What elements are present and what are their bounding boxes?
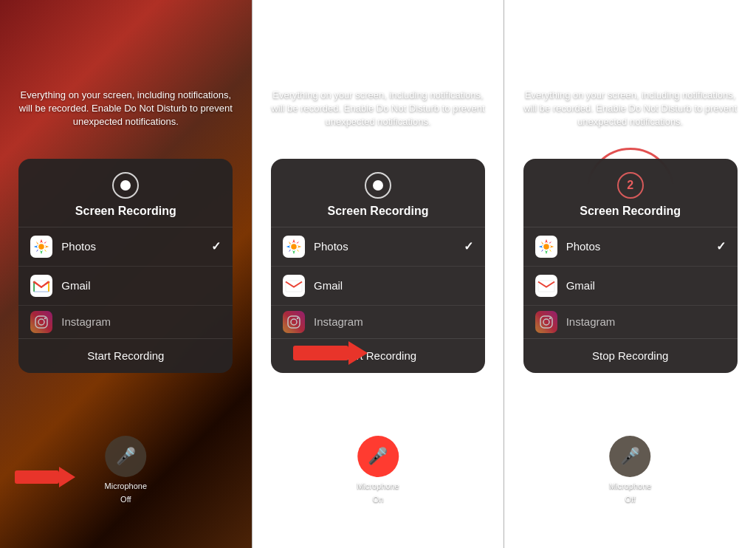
panel-1-modal-header: Screen Recording bbox=[18, 159, 233, 227]
photos-checkmark-3: ✓ bbox=[716, 239, 726, 253]
mic-sublabel-3: Off bbox=[625, 495, 635, 504]
photos-app-icon-1 bbox=[30, 236, 52, 258]
panel-3: Everything on your screen, including not… bbox=[504, 0, 756, 548]
mic-button-2[interactable]: 🎤 bbox=[357, 436, 399, 477]
list-item[interactable]: Instagram bbox=[271, 306, 485, 338]
photos-app-icon-2 bbox=[283, 236, 305, 258]
instagram-app-name-2: Instagram bbox=[314, 315, 473, 328]
panel-2-description: Everything on your screen, including not… bbox=[252, 74, 504, 129]
panel-2: Everything on your screen, including not… bbox=[252, 0, 504, 548]
svg-point-4 bbox=[38, 319, 44, 325]
gmail-app-name-3: Gmail bbox=[566, 279, 726, 292]
record-icon-2 bbox=[365, 172, 391, 199]
photos-app-name-1: Photos bbox=[61, 240, 211, 253]
microphone-area-1: 🎤 Microphone Off bbox=[105, 436, 147, 504]
svg-point-10 bbox=[291, 319, 297, 325]
stop-recording-btn-3[interactable]: Stop Recording bbox=[592, 349, 668, 362]
panel-1-description: Everything on your screen, including not… bbox=[0, 74, 252, 129]
panel-1-modal-title: Screen Recording bbox=[75, 205, 176, 218]
svg-point-11 bbox=[297, 317, 298, 318]
list-item[interactable]: Instagram bbox=[18, 306, 233, 338]
microphone-icon-1: 🎤 bbox=[116, 447, 136, 466]
microphone-icon-2: 🎤 bbox=[368, 447, 388, 466]
gmail-app-icon-3 bbox=[535, 275, 557, 297]
panel-3-app-list: Photos ✓ Gmail bbox=[523, 227, 738, 338]
gmail-app-icon-1 bbox=[30, 275, 52, 297]
mic-sublabel-2: On bbox=[373, 495, 384, 504]
svg-rect-13 bbox=[536, 275, 557, 296]
photos-app-icon-3 bbox=[535, 236, 557, 258]
panel-1-app-list: Photos ✓ Gmai bbox=[18, 227, 233, 338]
instagram-app-icon-1 bbox=[30, 311, 52, 333]
list-item[interactable]: Photos ✓ bbox=[271, 227, 485, 267]
panel-3-modal-title: Screen Recording bbox=[580, 205, 681, 218]
list-item[interactable]: Photos ✓ bbox=[18, 227, 233, 267]
microphone-area-2: 🎤 Microphone On bbox=[357, 436, 399, 504]
panel-1-modal: Screen Recording P bbox=[18, 159, 233, 373]
panel-3-modal-footer[interactable]: Stop Recording bbox=[523, 338, 738, 373]
svg-point-16 bbox=[543, 319, 549, 325]
photos-checkmark-1: ✓ bbox=[211, 239, 221, 253]
panel-2-modal-title: Screen Recording bbox=[328, 205, 429, 218]
start-recording-btn-1[interactable]: Start Recording bbox=[87, 349, 164, 362]
gmail-app-icon-2 bbox=[283, 275, 305, 297]
mic-button-3[interactable]: 🎤 bbox=[610, 436, 651, 477]
record-icon-countdown-3: 2 bbox=[617, 172, 644, 199]
arrow-to-recording-2 bbox=[293, 341, 368, 365]
mic-sublabel-1: Off bbox=[120, 495, 131, 504]
photos-app-name-3: Photos bbox=[566, 240, 716, 253]
list-item[interactable]: Instagram bbox=[523, 306, 738, 338]
record-icon-1 bbox=[112, 172, 139, 199]
list-item[interactable]: Photos ✓ bbox=[523, 227, 738, 267]
mic-button-1[interactable]: 🎤 bbox=[105, 436, 146, 477]
svg-point-0 bbox=[39, 244, 44, 249]
photos-app-name-2: Photos bbox=[314, 240, 464, 253]
record-dot-2 bbox=[373, 180, 383, 191]
list-item[interactable]: Gmail bbox=[18, 267, 233, 306]
mic-label-2: Microphone bbox=[357, 482, 399, 490]
list-item[interactable]: Gmail bbox=[523, 267, 738, 306]
instagram-app-icon-2 bbox=[283, 311, 305, 333]
panel-2-modal-header: Screen Recording bbox=[271, 159, 485, 227]
panel-3-modal-header: 2 Screen Recording bbox=[523, 159, 738, 227]
mic-label-1: Microphone bbox=[105, 482, 147, 490]
instagram-app-name-1: Instagram bbox=[61, 315, 221, 328]
panel-1-modal-footer[interactable]: Start Recording bbox=[18, 338, 233, 373]
gmail-app-name-2: Gmail bbox=[314, 279, 473, 292]
svg-point-12 bbox=[543, 244, 549, 249]
svg-point-5 bbox=[44, 317, 46, 318]
arrow-to-mic-1 bbox=[15, 467, 75, 487]
svg-point-17 bbox=[549, 317, 550, 318]
instagram-app-name-3: Instagram bbox=[566, 315, 726, 328]
record-dot-1 bbox=[120, 180, 131, 191]
panel-1: Everything on your screen, including not… bbox=[0, 0, 252, 548]
microphone-area-3: 🎤 Microphone Off bbox=[609, 436, 651, 504]
list-item[interactable]: Gmail bbox=[271, 267, 485, 306]
gmail-app-name-1: Gmail bbox=[61, 279, 221, 292]
mic-label-3: Microphone bbox=[609, 482, 651, 490]
panel-3-description: Everything on your screen, including not… bbox=[504, 74, 756, 129]
svg-point-6 bbox=[291, 244, 296, 249]
svg-rect-7 bbox=[284, 275, 304, 296]
photos-checkmark-2: ✓ bbox=[464, 239, 473, 253]
microphone-icon-3: 🎤 bbox=[620, 447, 640, 466]
panel-3-modal: 2 Screen Recording bbox=[523, 159, 738, 373]
panel-2-app-list: Photos ✓ Gmail bbox=[271, 227, 485, 338]
instagram-app-icon-3 bbox=[535, 311, 557, 333]
